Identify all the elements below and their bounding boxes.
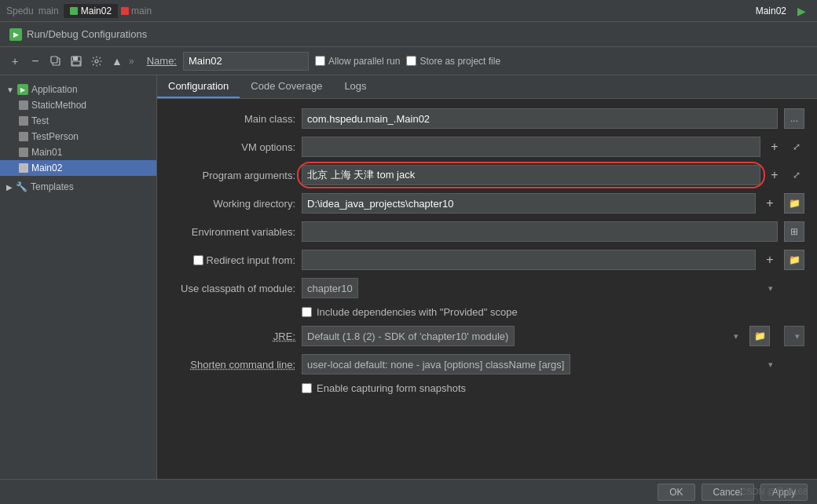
program-arguments-row: Program arguments: + ⤢	[170, 165, 804, 185]
bottom-bar: OK Cancel Apply	[0, 479, 817, 504]
vm-options-row: VM options: + ⤢	[170, 137, 804, 157]
top-tab-main1[interactable]: main	[38, 5, 59, 16]
sidebar-item-test[interactable]: Test	[0, 113, 156, 129]
top-tab-main02[interactable]: Main02	[64, 4, 118, 18]
environment-variables-input[interactable]	[302, 221, 778, 242]
tab-logs[interactable]: Logs	[333, 75, 377, 98]
dialog-titlebar: ▶ Run/Debug Configurations	[0, 22, 817, 47]
shorten-cmdline-wrapper: user-local default: none - java [options…	[302, 354, 778, 374]
name-label: Name:	[147, 55, 177, 67]
program-arguments-label: Program arguments:	[170, 170, 295, 181]
working-directory-label: Working directory:	[170, 198, 295, 210]
vm-options-expand-button[interactable]: ⤢	[789, 139, 804, 155]
top-tab-spedu[interactable]: Spedu	[6, 5, 34, 16]
shorten-cmdline-row: Shorten command line: user-local default…	[170, 354, 804, 374]
jre-browse-button[interactable]: 📁	[749, 326, 770, 346]
test-icon	[19, 116, 28, 126]
sidebar-item-main02-label: Main02	[31, 163, 62, 173]
store-project-label[interactable]: Store as project file	[406, 56, 500, 67]
sidebar-item-staticmethod[interactable]: StaticMethod	[0, 97, 156, 113]
jre-select[interactable]: Default (1.8 (2) - SDK of 'chapter10' mo…	[302, 326, 515, 346]
sidebar-item-main02[interactable]: Main02	[0, 160, 156, 176]
main-class-input[interactable]	[302, 108, 778, 129]
vm-options-label: VM options:	[170, 141, 295, 153]
top-tab-main2[interactable]: main	[121, 5, 152, 16]
allow-parallel-text: Allow parallel run	[328, 56, 400, 67]
remove-button[interactable]: −	[27, 53, 44, 70]
shorten-cmdline-label: Shorten command line:	[170, 359, 295, 371]
dialog-icon: ▶	[9, 28, 22, 41]
sidebar-item-main01-label: Main01	[31, 147, 62, 158]
svg-rect-1	[51, 57, 57, 63]
jre-dropdown-wrapper	[784, 326, 804, 346]
sidebar-section-application[interactable]: ▼ ▶ Application	[0, 82, 156, 97]
form-area: Main class: ... VM options: + ⤢ Program …	[157, 99, 817, 404]
dialog-title: Run/Debug Configurations	[27, 28, 147, 40]
testperson-icon	[19, 132, 28, 141]
allow-parallel-label[interactable]: Allow parallel run	[315, 56, 400, 67]
classpath-module-select[interactable]: chapter10	[302, 278, 358, 298]
main-class-label: Main class:	[170, 113, 295, 125]
sidebar-item-main01[interactable]: Main01	[0, 144, 156, 160]
add-button[interactable]: +	[6, 53, 24, 70]
up-button[interactable]: ▲	[108, 53, 126, 70]
classpath-module-label: Use classpath of module:	[170, 283, 295, 294]
working-directory-row: Working directory: + 📁	[170, 193, 804, 214]
watermark: CSDN @昆晟168	[740, 486, 808, 498]
program-arguments-container	[302, 165, 760, 185]
right-tab-run[interactable]: ▶	[797, 5, 806, 17]
settings-button[interactable]	[88, 53, 105, 70]
redirect-input-checkbox[interactable]	[193, 255, 203, 265]
working-directory-add-button[interactable]: +	[762, 195, 778, 211]
tab-code-coverage[interactable]: Code Coverage	[240, 75, 333, 98]
chevron-down-icon: ▼	[6, 86, 14, 94]
working-directory-browse-button[interactable]: 📁	[784, 193, 804, 214]
redirect-input-label: Redirect input from:	[170, 254, 295, 266]
ok-button[interactable]: OK	[658, 484, 694, 501]
svg-point-5	[95, 60, 98, 63]
include-dependencies-row: Include dependencies with "Provided" sco…	[170, 306, 804, 318]
program-arguments-expand-button[interactable]: ⤢	[789, 167, 804, 183]
vm-options-input[interactable]	[302, 137, 760, 157]
tab-configuration[interactable]: Configuration	[157, 75, 240, 98]
environment-variables-browse-button[interactable]: ⊞	[784, 221, 804, 242]
classpath-module-wrapper: chapter10	[302, 278, 778, 298]
svg-rect-3	[73, 57, 78, 60]
sidebar-section-templates[interactable]: ▶ 🔧 Templates	[0, 179, 156, 195]
sidebar-item-testperson[interactable]: TestPerson	[0, 129, 156, 144]
redirect-input-browse-button[interactable]: 📁	[784, 250, 804, 270]
redirect-input-input[interactable]	[302, 250, 756, 270]
sidebar-section-templates-label: Templates	[31, 181, 74, 192]
store-project-checkbox[interactable]	[406, 56, 416, 66]
name-input[interactable]	[183, 52, 309, 71]
main02-icon	[19, 163, 28, 173]
main-class-browse-button[interactable]: ...	[784, 108, 804, 129]
chevron-right-icon: ▶	[6, 183, 13, 192]
working-directory-input[interactable]	[302, 193, 756, 214]
include-dependencies-label: Include dependencies with "Provided" sco…	[317, 306, 518, 318]
main-class-row: Main class: ...	[170, 108, 804, 129]
copy-button[interactable]	[47, 53, 64, 70]
redirect-input-row: Redirect input from: + 📁	[170, 250, 804, 270]
sidebar-section-application-label: Application	[31, 84, 78, 95]
include-dependencies-checkbox[interactable]	[302, 307, 312, 317]
store-project-text: Store as project file	[419, 56, 500, 67]
classpath-module-row: Use classpath of module: chapter10	[170, 278, 804, 298]
program-arguments-add-button[interactable]: +	[767, 167, 782, 183]
save-button[interactable]	[68, 53, 85, 70]
shorten-cmdline-select[interactable]: user-local default: none - java [options…	[302, 354, 570, 374]
main-layout: ▼ ▶ Application StaticMethod Test TestPe…	[0, 75, 817, 479]
redirect-input-add-button[interactable]: +	[762, 252, 778, 268]
sidebar-item-test-label: Test	[31, 115, 49, 126]
enable-snapshots-checkbox[interactable]	[302, 383, 312, 393]
templates-icon: 🔧	[16, 181, 27, 192]
main01-icon	[19, 148, 28, 157]
redirect-input-text: Redirect input from:	[207, 254, 295, 266]
svg-rect-4	[72, 61, 80, 65]
allow-parallel-checkbox[interactable]	[315, 56, 325, 66]
jre-dropdown-select[interactable]	[784, 326, 804, 346]
right-tab-main02[interactable]: Main02	[748, 4, 794, 18]
sidebar: ▼ ▶ Application StaticMethod Test TestPe…	[0, 75, 157, 479]
vm-options-add-button[interactable]: +	[767, 139, 782, 155]
program-arguments-input[interactable]	[302, 165, 760, 185]
